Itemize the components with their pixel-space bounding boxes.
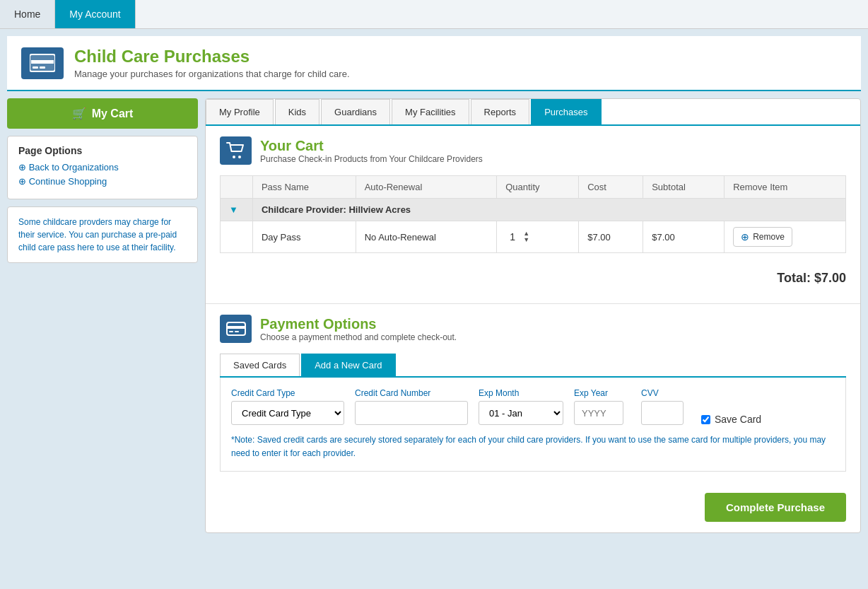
svg-point-6 [238, 156, 241, 158]
table-row: Day Pass No Auto-Renewal 1 ▲ ▼ [221, 221, 846, 253]
cart-title: Your Cart [260, 138, 483, 154]
nav-home[interactable]: Home [0, 0, 55, 28]
row-indent [221, 221, 253, 253]
tab-my-profile[interactable]: My Profile [206, 99, 274, 124]
header-text: Child Care Purchases Manage your purchas… [74, 47, 350, 79]
svg-point-5 [233, 156, 235, 158]
main-content: My Profile Kids Guardians My Facilities … [205, 98, 861, 533]
svg-rect-2 [31, 60, 54, 64]
cart-section: Your Cart Purchase Check-in Products fro… [206, 126, 860, 303]
exp-year-label: Exp Year [574, 388, 631, 398]
sidebar: 🛒 My Cart Page Options Back to Organizat… [7, 98, 198, 533]
auto-renewal-cell: No Auto-Renewal [356, 221, 496, 253]
exp-month-select[interactable]: 01 - Jan 02 - Feb 03 - Mar 04 - Apr 05 -… [479, 401, 563, 425]
page-subtitle: Manage your purchases for organizations … [74, 69, 350, 79]
quantity-cell: 1 ▲ ▼ [497, 221, 579, 253]
tab-bar: My Profile Kids Guardians My Facilities … [206, 99, 860, 126]
remove-item-button[interactable]: ⊕ Remove [733, 227, 792, 247]
credit-card-type-select[interactable]: Credit Card Type Visa MasterCard America… [231, 401, 344, 425]
remove-icon: ⊕ [741, 231, 749, 243]
tab-purchases[interactable]: Purchases [531, 99, 601, 124]
header-icon [21, 47, 64, 79]
svg-rect-10 [235, 331, 239, 332]
cart-total: Total: $7.00 [220, 264, 846, 293]
payment-section-header: Payment Options Choose a payment method … [220, 315, 846, 343]
provider-row: ▼ Childcare Provider: Hillview Acres [221, 199, 846, 221]
tab-kids[interactable]: Kids [275, 99, 319, 124]
provider-name: Childcare Provider: Hillview Acres [252, 199, 845, 221]
payment-title: Payment Options [260, 316, 457, 332]
cart-section-header: Your Cart Purchase Check-in Products fro… [220, 136, 846, 165]
my-cart-button[interactable]: 🛒 My Cart [7, 98, 198, 129]
info-box: Some childcare provders may charge for t… [7, 206, 198, 263]
quantity-value: 1 [505, 231, 520, 243]
saved-cards-tab[interactable]: Saved Cards [220, 354, 300, 376]
page-header: Child Care Purchases Manage your purchas… [7, 36, 861, 91]
provider-arrow-cell: ▼ [221, 199, 253, 221]
credit-card-number-group: Credit Card Number [355, 388, 468, 425]
col-quantity-header: Quantity [497, 176, 579, 199]
col-cost-header: Cost [579, 176, 643, 199]
credit-card-number-input[interactable] [355, 401, 468, 425]
svg-rect-9 [229, 331, 233, 332]
remove-label: Remove [753, 232, 785, 242]
exp-year-input[interactable] [574, 401, 623, 425]
cvv-input[interactable] [641, 401, 684, 425]
payment-title-block: Payment Options Choose a payment method … [260, 316, 457, 342]
my-cart-label: My Cart [92, 107, 134, 120]
save-card-group: Save Card [701, 414, 761, 425]
payment-section-icon [220, 315, 252, 343]
info-text: Some childcare provders may charge for t… [18, 216, 187, 254]
tab-my-facilities[interactable]: My Facilities [392, 99, 469, 124]
svg-rect-8 [227, 326, 245, 329]
payment-section: Payment Options Choose a payment method … [206, 303, 860, 482]
provider-arrow-icon: ▼ [229, 204, 238, 215]
exp-month-group: Exp Month 01 - Jan 02 - Feb 03 - Mar 04 … [479, 388, 563, 425]
card-form-row: Credit Card Type Credit Card Type Visa M… [231, 388, 835, 425]
cart-subtitle: Purchase Check-in Products from Your Chi… [260, 154, 483, 164]
col-pass-name [221, 176, 253, 199]
back-to-organizations-link[interactable]: Back to Organizations [18, 162, 187, 173]
svg-rect-3 [33, 66, 38, 69]
col-pass-name-header: Pass Name [252, 176, 356, 199]
complete-purchase-row: Complete Purchase [206, 482, 860, 532]
cart-title-block: Your Cart Purchase Check-in Products fro… [260, 138, 483, 164]
tab-reports[interactable]: Reports [471, 99, 530, 124]
continue-shopping-link[interactable]: Continue Shopping [18, 176, 187, 187]
cart-section-icon [220, 136, 252, 165]
col-subtotal-header: Subtotal [643, 176, 725, 199]
remove-cell: ⊕ Remove [725, 221, 846, 253]
credit-card-type-group: Credit Card Type Credit Card Type Visa M… [231, 388, 344, 425]
subtotal-cell: $7.00 [643, 221, 725, 253]
payment-note: *Note: Saved credit cards are securely s… [231, 433, 835, 460]
col-auto-renewal-header: Auto-Renewal [356, 176, 496, 199]
cart-table: Pass Name Auto-Renewal Quantity Cost Sub… [220, 175, 846, 253]
card-form: Credit Card Type Credit Card Type Visa M… [220, 378, 846, 472]
add-new-card-tab[interactable]: Add a New Card [301, 354, 395, 376]
exp-month-label: Exp Month [479, 388, 563, 398]
exp-year-group: Exp Year [574, 388, 631, 425]
top-navigation: Home My Account [0, 0, 868, 29]
svg-rect-4 [40, 66, 45, 69]
page-title: Child Care Purchases [74, 47, 350, 66]
credit-card-number-label: Credit Card Number [355, 388, 468, 398]
cost-cell: $7.00 [579, 221, 643, 253]
payment-subtitle: Choose a payment method and complete che… [260, 332, 457, 342]
quantity-down-button[interactable]: ▼ [523, 237, 529, 243]
cart-icon: 🛒 [72, 107, 86, 120]
page-options-title: Page Options [18, 145, 187, 156]
complete-purchase-button[interactable]: Complete Purchase [705, 493, 846, 522]
credit-card-type-label: Credit Card Type [231, 388, 344, 398]
pass-name-cell: Day Pass [252, 221, 356, 253]
quantity-arrows[interactable]: ▲ ▼ [523, 231, 529, 243]
cvv-group: CVV [641, 388, 691, 425]
nav-my-account[interactable]: My Account [55, 0, 135, 28]
tab-guardians[interactable]: Guardians [321, 99, 390, 124]
cvv-label: CVV [641, 388, 691, 398]
payment-tab-bar: Saved Cards Add a New Card [220, 354, 846, 378]
col-remove-header: Remove Item [725, 176, 846, 199]
save-card-label: Save Card [715, 414, 761, 425]
save-card-checkbox[interactable] [701, 415, 710, 424]
page-options-box: Page Options Back to Organizations Conti… [7, 136, 198, 199]
